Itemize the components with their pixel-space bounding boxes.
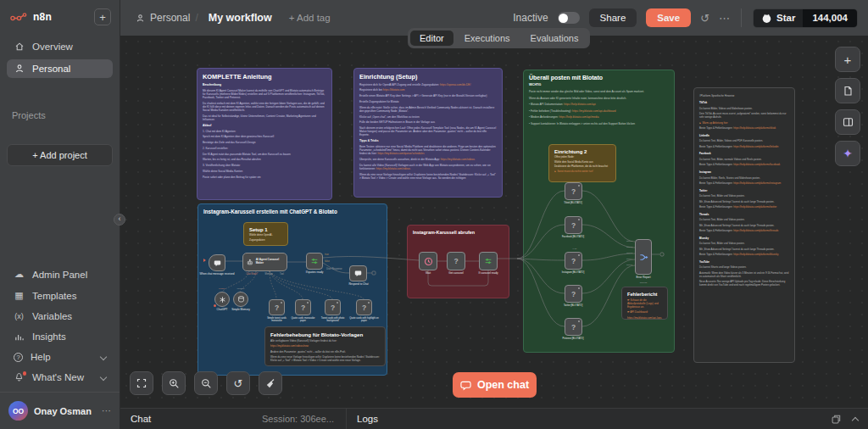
sidebar-item-overview[interactable]: Overview [7,37,113,56]
port-label: Memory [265,273,273,276]
input-label: Input 5 [617,264,632,265]
input-label: Input 4 [617,258,632,259]
node-facebook-blotato[interactable]: ? [565,216,582,234]
node-pinterest-blotato[interactable]: ? [565,318,582,336]
node-label: Simple Memory [225,309,256,312]
node-if-carousel-ready[interactable] [479,252,498,270]
sidebar-item-label: Help [31,352,51,362]
node-tool-3[interactable]: ? [325,299,341,315]
node-respond-to-chat[interactable] [349,265,367,281]
sidebar-item-label: Variables [32,311,72,321]
main-area: Personal / My workflow + Add tag Inactiv… [120,0,868,429]
workflow-name[interactable]: My workflow [209,12,272,24]
node-twitter-blotato[interactable]: ? [565,285,582,303]
node-simple-memory[interactable] [233,292,248,307]
person-icon [14,64,25,74]
node-tool-1[interactable]: ? [269,299,285,315]
tab-evaluations[interactable]: Evaluations [521,31,588,46]
logo-row: n8n + [0,0,120,36]
fit-view-icon [136,378,147,388]
chat-panel-header[interactable]: Chat Session: 306ee... [120,409,347,429]
node-label: Tweet cards with photo background [318,317,348,323]
sidebar-item-variables[interactable]: (x) Variables [7,307,113,326]
node-label: If quotes ready [298,271,331,275]
templates-icon: ▦ [14,290,25,301]
active-toggle[interactable] [558,12,580,24]
github-star-label: Star [776,13,795,23]
breadcrumb[interactable]: Personal / [136,12,198,24]
sidebar-collapse-button[interactable]: ‹ [114,214,125,226]
more-options-icon[interactable]: ⋯ [719,12,730,25]
node-ai-agent[interactable]: AI Agent Carousel Maker [242,253,287,271]
sidebar-item-admin-panel[interactable]: ☁ Admin Panel [7,265,113,284]
sidebar-item-help[interactable]: ? Help [7,348,113,366]
logo-text: n8n [33,11,52,23]
zoom-out-button[interactable] [194,371,218,395]
github-star-widget[interactable]: Star 144,004 [753,8,858,28]
add-project-button[interactable]: + Add project [7,144,113,166]
fit-view-button[interactable] [130,371,153,395]
node-tool-2[interactable]: ? [295,299,311,315]
sidebar-item-insights[interactable]: Insights [7,327,113,346]
panel-icon [843,117,854,127]
add-sticky-note-button[interactable] [835,78,860,103]
logs-panel-header[interactable]: Logs [347,409,868,429]
edge-label-false: false [325,260,330,263]
tidy-up-button[interactable] [259,371,282,395]
node-instagram-blotato[interactable]: ? [565,252,582,270]
chat-bubble-icon [460,380,471,391]
undo-button[interactable]: ↺ [226,371,250,395]
user-menu[interactable]: OO Onay Osman ⋯ [0,392,120,429]
open-chat-label: Open chat [477,379,529,391]
sidebar-item-whats-new[interactable]: What's New [7,368,113,387]
toggle-panel-button[interactable] [835,109,860,135]
share-button[interactable]: Share [589,8,637,27]
node-get-carousel[interactable]: ? [447,252,465,270]
zoom-out-icon [201,378,212,389]
ai-assistant-button[interactable]: ✦ [835,141,860,166]
tab-executions[interactable]: Executions [455,31,520,46]
tab-editor[interactable]: Editor [410,31,453,46]
chat-label: Chat [131,414,151,424]
save-button[interactable]: Save [646,8,691,27]
node-title: AI Agent Carousel Maker [256,259,283,265]
node-if-quotes-ready[interactable] [306,253,323,270]
add-tag-button[interactable]: + Add tag [289,13,331,23]
github-icon [761,13,772,24]
workflow-status-label: Inactive [513,12,548,24]
node-tool-4[interactable]: ? [356,299,372,315]
new-workflow-button[interactable]: + [94,8,111,25]
input-label: Input 2 [617,246,632,248]
expand-panel-icon[interactable] [852,416,859,423]
node-wait[interactable] [419,252,437,270]
trigger-input-marker [203,259,206,262]
sidebar-item-label: Admin Panel [32,270,87,280]
node-chat-trigger[interactable] [209,254,225,271]
node-error-report[interactable] [635,239,652,275]
sidebar-item-label: Overview [32,42,73,52]
history-icon[interactable]: ↺ [700,12,709,25]
edge-label-true: true [325,254,329,256]
pop-out-icon[interactable] [832,415,841,424]
add-node-button[interactable]: + [835,47,860,72]
node-chatgpt[interactable] [214,292,230,307]
cloud-icon: ☁ [14,269,25,280]
node-label: Tiktok [BLOTATO] [548,202,598,204]
openai-icon [219,296,226,304]
node-label: Respond to Chat [340,283,377,287]
node-tiktok-blotato[interactable]: ? [565,182,582,200]
breadcrumb-separator: / [195,12,198,24]
bell-icon [14,372,25,382]
zoom-in-button[interactable] [162,371,186,395]
sidebar-item-personal[interactable]: Personal [7,59,113,78]
open-chat-button[interactable]: Open chat [453,372,537,398]
breadcrumb-project[interactable]: Personal [150,12,190,24]
node-label: Twitter [BLOTATO] [548,304,598,307]
workflow-canvas[interactable]: KOMPLETTE Anleitung BeschreibungMit dies… [120,36,868,408]
filter-icon [310,257,319,265]
sidebar-item-label: Insights [32,332,66,342]
sidebar-item-templates[interactable]: ▦ Templates [7,286,113,305]
header-actions: Inactive Share Save ↺ ⋯ Star 144,004 [513,8,858,28]
user-options-icon[interactable]: ⋯ [102,405,111,416]
sidebar-bottom-nav: ☁ Admin Panel ▦ Templates (x) Variables … [0,263,120,392]
